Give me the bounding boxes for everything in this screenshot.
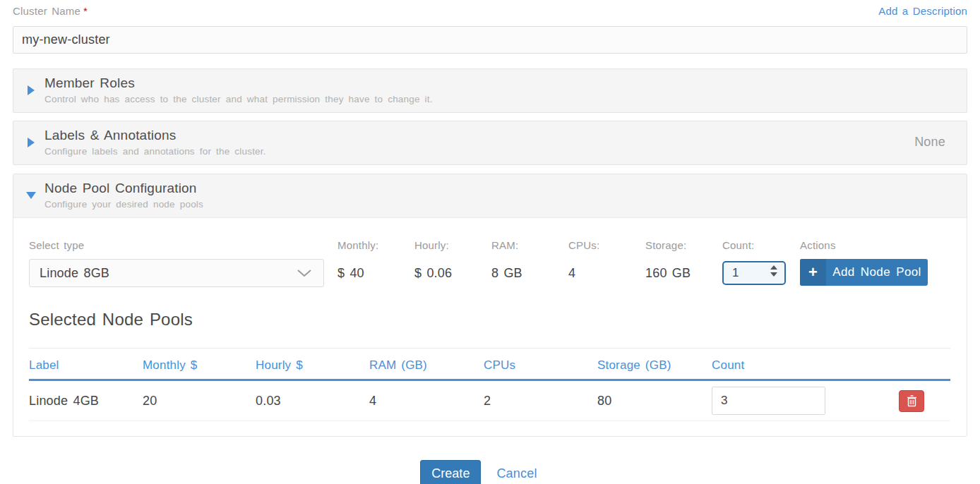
node-pool-subtitle: Configure your desired node pools: [44, 198, 955, 211]
node-type-select[interactable]: Linode 8GB: [29, 259, 324, 287]
accordion-member-roles[interactable]: Member Roles Control who has access to t…: [13, 68, 967, 113]
add-description-link[interactable]: Add a Description: [878, 5, 967, 17]
delete-pool-button[interactable]: [899, 390, 924, 412]
cancel-link[interactable]: Cancel: [496, 466, 537, 481]
labels-annotations-texts: Labels & Annotations Configure labels an…: [44, 126, 914, 158]
count-column: Count:: [722, 239, 800, 285]
labels-annotations-value: None: [914, 135, 955, 150]
member-roles-title: Member Roles: [44, 74, 955, 92]
required-asterisk: *: [83, 5, 88, 17]
caret-right-icon: [28, 85, 35, 95]
caret-down-icon: [26, 192, 36, 199]
cpus-label: CPUs:: [568, 239, 645, 251]
cluster-create-page: Cluster Name* Add a Description Member R…: [0, 0, 980, 484]
monthly-label: Monthly:: [337, 239, 414, 251]
selected-node-pools-heading: Selected Node Pools: [29, 310, 950, 329]
stat-column-cpus: CPUs: 4: [568, 239, 645, 287]
chevron-down-icon: [297, 269, 312, 277]
stat-column-storage: Storage: 160 GB: [645, 239, 722, 287]
labels-annotations-title: Labels & Annotations: [44, 126, 914, 145]
pool-label-cell: Linode 4GB: [29, 394, 143, 409]
cluster-name-header-row: Cluster Name* Add a Description: [13, 5, 967, 18]
node-pool-body: Select type Linode 8GB Monthly: $ 40 Hou…: [13, 218, 967, 436]
storage-label: Storage:: [645, 239, 722, 251]
hourly-value: $ 0.06: [414, 259, 491, 287]
pool-count-cell: [712, 387, 871, 415]
section-node-pool-configuration: Node Pool Configuration Configure your d…: [13, 174, 967, 437]
col-header-label: Label: [29, 358, 143, 373]
stat-column-hourly: Hourly: $ 0.06: [414, 239, 491, 287]
col-header-cpus: CPUs: [484, 358, 597, 373]
col-header-hourly: Hourly $: [256, 358, 369, 373]
pool-cpus-cell: 2: [484, 394, 597, 409]
cpus-value: 4: [568, 259, 645, 287]
pool-monthly-cell: 20: [143, 394, 256, 409]
node-pool-texts: Node Pool Configuration Configure your d…: [44, 179, 955, 211]
create-button[interactable]: Create: [420, 460, 481, 484]
actions-column: Actions + Add Node Pool: [800, 239, 950, 286]
node-pool-form-row: Select type Linode 8GB Monthly: $ 40 Hou…: [29, 239, 950, 287]
node-type-selected-value: Linode 8GB: [40, 266, 109, 281]
stat-column-monthly: Monthly: $ 40: [337, 239, 414, 287]
add-node-pool-button[interactable]: + Add Node Pool: [800, 259, 928, 286]
pool-count-input[interactable]: [712, 387, 825, 415]
actions-label: Actions: [800, 239, 950, 251]
storage-value: 160 GB: [645, 259, 722, 287]
stat-column-ram: RAM: 8 GB: [491, 239, 568, 287]
col-header-monthly: Monthly $: [143, 358, 256, 373]
count-label: Count:: [722, 239, 800, 251]
trash-icon: [907, 395, 917, 407]
table-row: Linode 4GB 20 0.03 4 2 80: [29, 381, 950, 421]
col-header-ram: RAM (GB): [369, 358, 484, 373]
type-select-column: Select type Linode 8GB: [29, 239, 337, 287]
pool-actions-cell: [871, 390, 950, 412]
accordion-node-pool-configuration[interactable]: Node Pool Configuration Configure your d…: [13, 174, 967, 218]
monthly-value: $ 40: [337, 259, 414, 287]
hourly-label: Hourly:: [414, 239, 491, 251]
pool-ram-cell: 4: [369, 394, 484, 409]
count-input-wrap: [722, 259, 786, 285]
member-roles-texts: Member Roles Control who has access to t…: [44, 74, 955, 106]
cluster-name-label: Cluster Name: [13, 5, 80, 17]
col-header-storage: Storage (GB): [597, 358, 712, 373]
labels-annotations-subtitle: Configure labels and annotations for the…: [44, 145, 914, 158]
spinner-up-icon[interactable]: [770, 265, 777, 270]
count-spinner[interactable]: [770, 265, 777, 277]
form-footer: Create Cancel: [1, 460, 956, 484]
pool-hourly-cell: 0.03: [256, 394, 369, 409]
cluster-name-input[interactable]: [13, 26, 967, 54]
cluster-name-label-group: Cluster Name*: [13, 5, 88, 18]
select-type-label: Select type: [29, 239, 337, 251]
col-header-count: Count: [712, 358, 871, 373]
caret-right-icon: [28, 138, 35, 147]
spinner-down-icon[interactable]: [770, 272, 777, 277]
pool-storage-cell: 80: [597, 394, 712, 409]
add-node-pool-label: Add Node Pool: [826, 259, 928, 286]
accordion-labels-annotations[interactable]: Labels & Annotations Configure labels an…: [13, 121, 967, 165]
plus-icon: +: [800, 259, 826, 286]
ram-label: RAM:: [491, 239, 568, 251]
pool-table-header: Label Monthly $ Hourly $ RAM (GB) CPUs S…: [29, 349, 950, 381]
ram-value: 8 GB: [491, 259, 568, 287]
member-roles-subtitle: Control who has access to the cluster an…: [44, 92, 955, 106]
node-pool-title: Node Pool Configuration: [44, 179, 955, 198]
